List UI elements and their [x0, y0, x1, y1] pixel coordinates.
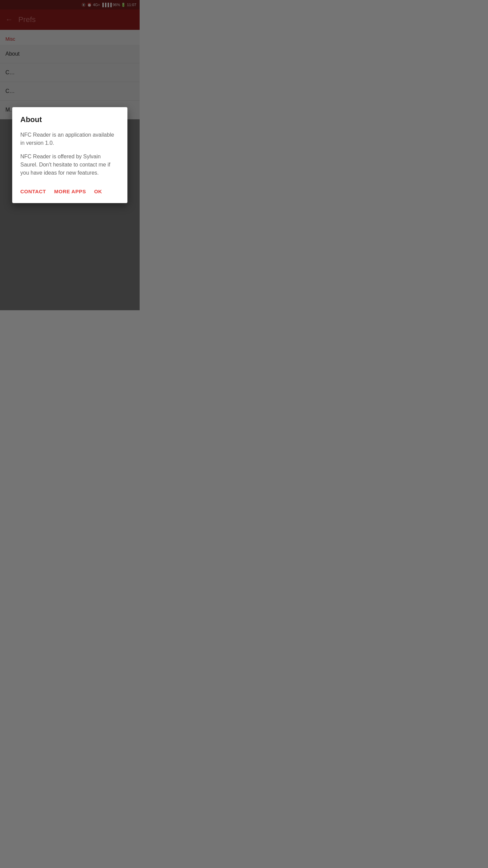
- dialog-overlay: About NFC Reader is an application avail…: [0, 0, 140, 310]
- about-dialog: About NFC Reader is an application avail…: [12, 107, 127, 203]
- dialog-title: About: [20, 115, 119, 124]
- dialog-body-line1: NFC Reader is an application available i…: [20, 131, 119, 147]
- contact-button[interactable]: CONTACT: [20, 185, 52, 198]
- dialog-body-line2: NFC Reader is offered by Sylvain Saurel.…: [20, 153, 119, 177]
- ok-button[interactable]: OK: [94, 185, 108, 198]
- dialog-actions: CONTACT MORE APPS OK: [20, 185, 119, 198]
- dialog-body: NFC Reader is an application available i…: [20, 131, 119, 177]
- more-apps-button[interactable]: MORE APPS: [54, 185, 92, 198]
